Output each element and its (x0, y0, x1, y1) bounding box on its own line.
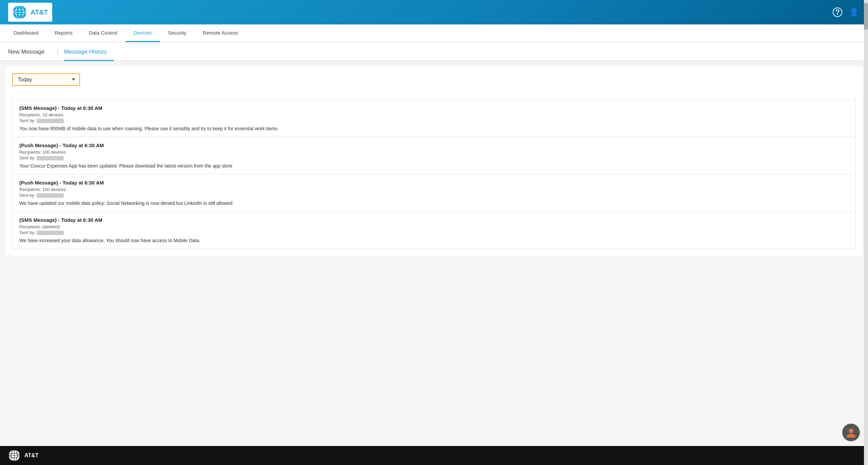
list-item: (SMS Message) - Today at 6:30 AM Recipie… (13, 212, 855, 249)
sent-by-redacted (37, 193, 64, 198)
message-sent-by: Sent by: (19, 193, 849, 198)
tab-message-history[interactable]: Message History (64, 42, 114, 61)
message-title: (Push Message) - Today at 6:30 AM (19, 142, 849, 148)
message-list: (SMS Message) - Today at 6:30 AM Recipie… (12, 99, 856, 249)
message-sent-by: Sent by: (19, 118, 849, 123)
scrollbar-thumb[interactable] (864, 3, 868, 30)
svg-point-14 (852, 430, 852, 431)
tab-divider: | (57, 48, 59, 55)
content-area: Today Yesterday Last 7 days Last 30 days… (5, 66, 863, 256)
message-recipients: Recipients: (deleted) (19, 224, 849, 229)
message-body: We have increased your data allowance. Y… (19, 238, 849, 243)
message-title: (Push Message) - Today at 6:30 AM (19, 180, 849, 186)
message-recipients: Recipients: 10 devices (19, 112, 849, 117)
nav-item-security[interactable]: Security (160, 24, 195, 42)
sent-by-redacted (37, 156, 64, 160)
message-title: (SMS Message) - Today at 6:30 AM (19, 105, 849, 111)
brand-name: AT&T (31, 8, 48, 16)
filter-wrapper: Today Yesterday Last 7 days Last 30 days (12, 73, 80, 93)
nav-item-dashboard[interactable]: Dashboard (5, 24, 46, 42)
brand-logo: AT&T (8, 3, 52, 22)
message-sent-by: Sent by: (19, 155, 849, 160)
header: AT&T ? 👤 (0, 0, 868, 24)
nav-item-devices[interactable]: Devices (125, 24, 160, 42)
footer: AT&T (0, 446, 868, 465)
message-recipients: Recipients: 100 devices (19, 150, 849, 155)
chat-bubble-button[interactable] (842, 424, 860, 441)
nav-bar: Dashboard Reports Data Control Devices S… (0, 24, 868, 42)
help-icon: ? (833, 7, 842, 17)
message-body: We have updated our mobile data policy: … (19, 200, 849, 206)
message-sent-by: Sent by: (19, 230, 849, 235)
main-content: New Message | Message History Today Yest… (0, 42, 868, 446)
list-item: (Push Message) - Today at 6:30 AM Recipi… (13, 137, 855, 174)
nav-item-reports[interactable]: Reports (46, 24, 81, 42)
message-recipients: Recipients: 100 devices (19, 187, 849, 192)
time-filter-select[interactable]: Today Yesterday Last 7 days Last 30 days (12, 73, 80, 86)
footer-att-globe-icon (8, 449, 20, 462)
nav-item-remote-access[interactable]: Remote Access (195, 24, 246, 42)
nav-item-data-control[interactable]: Data Control (81, 24, 125, 42)
sent-by-redacted (37, 231, 64, 235)
header-icons: ? 👤 (831, 6, 860, 18)
att-globe-icon (12, 5, 27, 20)
svg-point-11 (847, 434, 855, 438)
svg-point-13 (850, 430, 850, 431)
user-icon: 👤 (849, 8, 859, 17)
chat-avatar-icon (846, 427, 856, 438)
message-body: Your Concur Expenses App has been update… (19, 163, 849, 169)
sent-by-redacted (37, 119, 64, 123)
user-button[interactable]: 👤 (848, 6, 860, 18)
message-title: (SMS Message) - Today at 6:30 AM (19, 217, 849, 223)
list-item: (SMS Message) - Today at 6:30 AM Recipie… (13, 100, 855, 137)
tabs-row: New Message | Message History (0, 42, 868, 61)
list-item: (Push Message) - Today at 6:30 AM Recipi… (13, 174, 855, 212)
help-button[interactable]: ? (831, 6, 844, 18)
scrollbar-track (864, 0, 868, 465)
tab-new-message[interactable]: New Message (8, 42, 52, 61)
footer-brand-name: AT&T (24, 452, 38, 459)
message-body: You now have 800MB of mobile data to use… (19, 126, 849, 131)
